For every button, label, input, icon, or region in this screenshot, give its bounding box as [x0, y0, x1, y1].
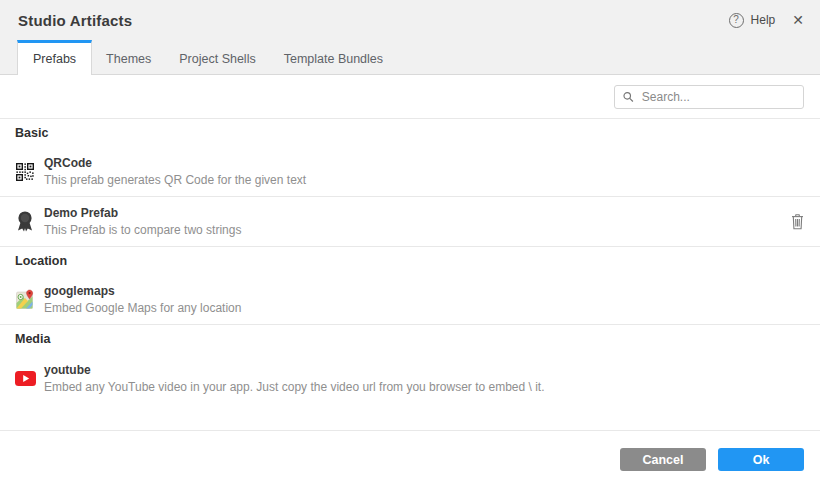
item-name: googlemaps	[44, 284, 241, 298]
item-description: Embed any YouTube video in your app. Jus…	[44, 380, 545, 394]
dialog-footer: Cancel Ok	[0, 430, 820, 488]
item-description: This prefab generates QR Code for the gi…	[44, 173, 306, 187]
page-title: Studio Artifacts	[18, 12, 132, 29]
ok-button[interactable]: Ok	[718, 448, 804, 471]
item-name: QRCode	[44, 156, 306, 170]
search-box	[614, 85, 804, 109]
section-header-location: Location	[0, 247, 820, 275]
item-name: youtube	[44, 363, 545, 377]
trash-icon[interactable]	[791, 214, 804, 230]
ribbon-award-icon	[14, 211, 36, 232]
prefabs-panel: Basic	[0, 75, 820, 430]
item-text: googlemaps Embed Google Maps for any loc…	[44, 284, 241, 315]
tab-template-bundles[interactable]: Template Bundles	[270, 40, 397, 74]
section-header-basic: Basic	[0, 119, 820, 147]
tab-project-shells[interactable]: Project Shells	[165, 40, 269, 74]
qrcode-icon	[14, 163, 36, 181]
studio-artifacts-dialog: Studio Artifacts ? Help ✕ Prefabs Themes…	[0, 0, 820, 488]
section-header-media: Media	[0, 325, 820, 353]
item-description: This Prefab is to compare two strings	[44, 223, 241, 237]
dialog-header: Studio Artifacts ? Help ✕	[0, 0, 820, 40]
cancel-button[interactable]: Cancel	[620, 448, 706, 471]
search-icon	[623, 91, 634, 103]
help-label: Help	[751, 13, 776, 27]
item-name: Demo Prefab	[44, 206, 241, 220]
item-description: Embed Google Maps for any location	[44, 301, 241, 315]
header-actions: ? Help ✕	[729, 13, 804, 28]
help-button[interactable]: ? Help	[729, 13, 776, 28]
list-item-qrcode[interactable]: QRCode This prefab generates QR Code for…	[0, 147, 820, 197]
help-icon: ?	[729, 13, 744, 28]
googlemaps-icon	[14, 289, 36, 310]
item-text: Demo Prefab This Prefab is to compare tw…	[44, 206, 241, 237]
youtube-icon	[14, 371, 36, 386]
tab-prefabs[interactable]: Prefabs	[17, 40, 92, 75]
tab-bar: Prefabs Themes Project Shells Template B…	[0, 40, 820, 75]
list-item-googlemaps[interactable]: googlemaps Embed Google Maps for any loc…	[0, 275, 820, 325]
list-item-youtube[interactable]: youtube Embed any YouTube video in your …	[0, 353, 820, 403]
search-input[interactable]	[640, 89, 795, 105]
close-icon[interactable]: ✕	[792, 13, 804, 27]
search-row	[0, 75, 820, 119]
list-item-demo-prefab[interactable]: Demo Prefab This Prefab is to compare tw…	[0, 197, 820, 247]
item-text: youtube Embed any YouTube video in your …	[44, 363, 545, 394]
tab-themes[interactable]: Themes	[92, 40, 165, 74]
item-text: QRCode This prefab generates QR Code for…	[44, 156, 306, 187]
